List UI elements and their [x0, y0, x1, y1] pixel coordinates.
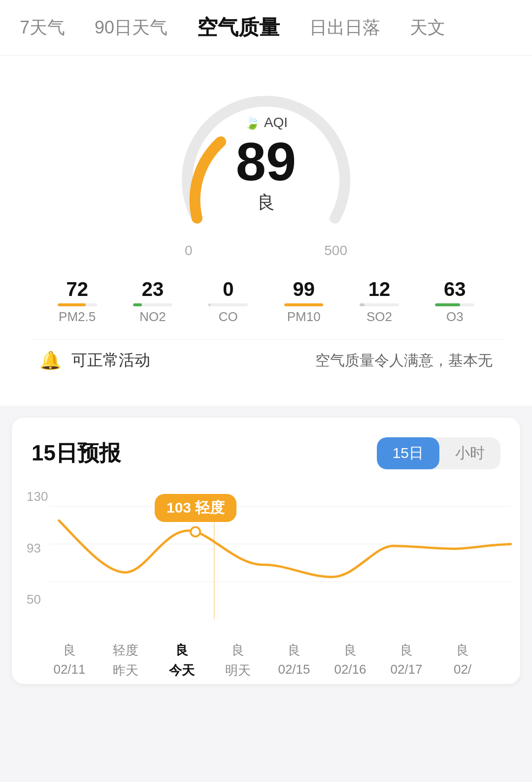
so2-label: SO2	[366, 309, 392, 325]
pollutant-pm25: 72 PM2.5	[58, 278, 97, 325]
date-yesterday: 昨天	[113, 662, 138, 679]
gauge-center-display: 🍃 AQI 89 良	[236, 115, 296, 215]
nav-item-sunrise[interactable]: 日出日落	[309, 16, 380, 40]
so2-bar	[360, 303, 399, 306]
forecast-card: 15日预报 15日 小时 130 93 50 103 轻度	[12, 418, 520, 684]
nav-item-aqi[interactable]: 空气质量	[197, 14, 280, 41]
quality-0215: 良	[288, 642, 300, 659]
co-value: 0	[223, 278, 233, 300]
no2-bar	[133, 303, 172, 306]
gauge-scale-max: 500	[324, 243, 347, 259]
alert-activity-text: 可正常活动	[71, 350, 150, 371]
no2-bar-fill	[133, 303, 142, 306]
pm10-label: PM10	[287, 309, 321, 325]
x-label-today: 良 今天	[157, 642, 206, 679]
quality-0217: 良	[400, 642, 413, 659]
so2-bar-fill	[360, 303, 365, 306]
aqi-label-row: 🍃 AQI	[244, 115, 288, 130]
pm10-bar-fill	[284, 303, 323, 306]
date-0211: 02/11	[53, 662, 85, 677]
y-label-130: 130	[27, 489, 48, 504]
date-0218: 02/	[454, 662, 471, 677]
pollutant-co: 0 CO	[208, 278, 248, 325]
o3-bar-fill	[435, 303, 460, 306]
gauge-scale-min: 0	[185, 243, 193, 259]
alert-row: 🔔 可正常活动 空气质量令人满意，基本无	[30, 339, 502, 381]
date-today: 今天	[169, 662, 195, 679]
aqi-quality: 良	[257, 191, 275, 215]
co-bar	[208, 303, 248, 306]
pm10-value: 99	[293, 278, 315, 300]
aqi-value: 89	[236, 134, 296, 189]
date-tomorrow: 明天	[225, 662, 251, 679]
x-label-yesterday: 轻度 昨天	[101, 642, 150, 679]
quality-0218: 良	[456, 642, 469, 659]
forecast-title: 15日预报	[32, 439, 121, 468]
pm10-bar	[284, 303, 324, 306]
x-label-0217: 良 02/17	[382, 642, 431, 679]
no2-label: NO2	[139, 309, 166, 325]
x-label-tomorrow: 良 明天	[213, 642, 263, 679]
o3-value: 63	[444, 278, 466, 300]
no2-value: 23	[142, 278, 164, 300]
forecast-chart-area: 130 93 50 103 轻度	[12, 484, 520, 637]
pollutant-so2: 12 SO2	[360, 278, 399, 325]
alert-description: 空气质量令人满意，基本无	[315, 351, 493, 371]
gauge-scale: 0 500	[175, 243, 357, 259]
pm25-bar	[58, 303, 97, 306]
so2-value: 12	[368, 278, 391, 300]
forecast-line-chart	[12, 489, 520, 637]
nav-item-astro[interactable]: 天文	[410, 16, 445, 40]
quality-yesterday: 轻度	[113, 642, 138, 659]
quality-0211: 良	[63, 642, 76, 659]
co-bar-fill	[208, 303, 210, 306]
y-label-93: 93	[27, 541, 48, 556]
aqi-gauge: 🍃 AQI 89 良	[167, 85, 365, 243]
pm25-value: 72	[66, 278, 88, 300]
pm25-label: PM2.5	[59, 309, 96, 325]
chart-x-labels: 良 02/11 轻度 昨天 良 今天 良 明天 良 02/15 良 02/16 …	[12, 637, 520, 684]
quality-0216: 良	[344, 642, 357, 659]
chart-tooltip: 103 轻度	[155, 494, 236, 522]
quality-today: 良	[175, 642, 188, 659]
date-0217: 02/17	[390, 662, 422, 677]
pm25-bar-fill	[58, 303, 86, 306]
tab-15day[interactable]: 15日	[377, 437, 439, 469]
co-label: CO	[219, 309, 238, 325]
aqi-main-section: 🍃 AQI 89 良 0 500 72 PM2.5 23 NO2 0	[0, 56, 532, 406]
x-label-0211: 良 02/11	[45, 642, 94, 679]
quality-tomorrow: 良	[232, 642, 244, 659]
top-navigation: 7天气 90日天气 空气质量 日出日落 天文	[0, 0, 532, 56]
x-label-0216: 良 02/16	[326, 642, 375, 679]
tab-hourly[interactable]: 小时	[439, 437, 500, 469]
forecast-tab-group: 15日 小时	[377, 437, 500, 469]
today-dot	[191, 527, 200, 536]
y-label-50: 50	[27, 592, 48, 607]
pollutant-no2: 23 NO2	[133, 278, 172, 325]
alert-bell-icon: 🔔	[39, 350, 62, 371]
x-label-0215: 良 02/15	[269, 642, 319, 679]
leaf-icon: 🍃	[244, 115, 260, 130]
date-0215: 02/15	[278, 662, 310, 677]
o3-bar	[435, 303, 474, 306]
nav-item-7day[interactable]: 7天气	[20, 16, 65, 40]
forecast-header: 15日预报 15日 小时	[12, 437, 520, 484]
o3-label: O3	[446, 309, 464, 325]
date-0216: 02/16	[334, 662, 366, 677]
aqi-text-label: AQI	[264, 115, 288, 130]
pollutant-o3: 63 O3	[435, 278, 474, 325]
x-label-0218: 良 02/	[438, 642, 487, 679]
pollutant-pm10: 99 PM10	[284, 278, 324, 325]
pollutants-row: 72 PM2.5 23 NO2 0 CO 99 PM10	[30, 278, 502, 325]
nav-item-90day[interactable]: 90日天气	[95, 16, 167, 40]
